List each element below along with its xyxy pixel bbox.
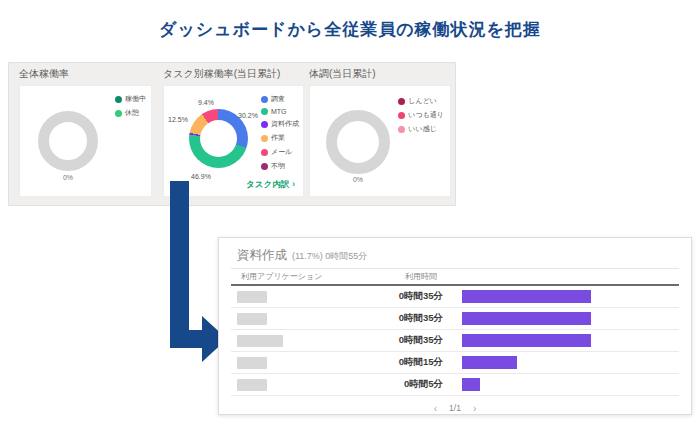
usage-time: 0時間35分 [371,334,443,347]
pagination-page-label: 1/1 [449,403,461,413]
pagination-next-icon[interactable]: › [473,403,476,414]
legend-dot [115,96,122,103]
legend-item-mtg: MTG [261,108,299,115]
task-rate-legend: 調査 MTG 資料作成 作業 [261,94,299,175]
legend-label: いい感じ [408,124,437,134]
task-detail-card: 資料作成 (11.7%) 0時間55分 利用アプリケーション 利用時間 0時間3… [218,237,692,415]
overall-rate-donut-chart [38,111,98,171]
usage-bar [462,356,517,369]
detail-subtitle: (11.7%) 0時間55分 [292,250,367,263]
page-title: ダッシュボードから全従業員の稼働状況を把握 [0,18,700,41]
legend-item-kyuukei: 休憩 [115,108,146,118]
usage-time: 0時間35分 [371,290,443,303]
legend-label: 作業 [271,133,285,143]
task-breakdown-link[interactable]: タスク内訳› [246,179,295,191]
task-breakdown-link-label: タスク内訳 [246,179,289,189]
legend-item-fumei: 不明 [261,161,299,171]
legend-label: 資料作成 [271,119,299,129]
chevron-right-icon: › [292,179,295,189]
legend-dot [398,98,405,105]
legend-dot [261,96,268,103]
usage-bar [462,378,480,391]
legend-dot [261,121,268,128]
condition-legend: しんどい いつも通り いい感じ [398,96,444,138]
legend-item-kadouchu: 稼働中 [115,94,146,104]
slice-label-chousa: 30.2% [238,112,258,119]
overall-rate-zero-label: 0% [38,174,98,181]
panel-condition-card: しんどい いつも通り いい感じ 0% [309,85,451,197]
legend-label: 調査 [271,94,285,104]
panel-condition: 体調(当日累計) しんどい いつも通り いい感じ [309,67,451,197]
legend-item-sagyou: 作業 [261,133,299,143]
redacted-app-name [237,313,267,325]
table-row: 0時間15分 [231,352,679,374]
legend-item-mail: メール [261,147,299,157]
legend-dot [261,135,268,142]
legend-dot [261,108,268,115]
redacted-app-name [237,335,283,347]
legend-label: 稼働中 [125,94,146,104]
legend-label: いつも通り [408,110,444,120]
column-header-time: 利用時間 [371,271,443,282]
pagination-prev-icon[interactable]: ‹ [434,403,437,414]
table-row: 0時間35分 [231,286,679,308]
slice-label-mtg: 46.9% [191,173,211,180]
redacted-app-name [237,357,267,369]
usage-bar [462,312,591,325]
overall-rate-legend: 稼働中 休憩 [115,94,146,122]
legend-item-iikanji: いい感じ [398,124,444,134]
table-row: 0時間35分 [231,308,679,330]
panel-overall-rate-title: 全体稼働率 [19,67,152,81]
usage-time: 0時間35分 [371,312,443,325]
detail-header: 資料作成 (11.7%) 0時間55分 [219,238,691,268]
usage-time: 0時間5分 [371,378,443,391]
legend-item-itsumodoori: いつも通り [398,110,444,120]
table-header-row: 利用アプリケーション 利用時間 [231,268,679,286]
usage-time: 0時間15分 [371,356,443,369]
legend-label: MTG [271,108,287,115]
legend-dot [115,110,122,117]
column-header-app: 利用アプリケーション [231,271,371,282]
condition-zero-label: 0% [326,176,390,183]
legend-item-shindoi: しんどい [398,96,444,106]
legend-label: しんどい [408,96,437,106]
detail-title: 資料作成 [237,247,287,264]
legend-dot [398,126,405,133]
usage-bar [462,334,591,347]
table-row: 0時間35分 [231,330,679,352]
panel-task-rate: タスク別稼働率(当日累計) 9.4% 30.2% 12.5% 46.9% 調査 [163,67,304,197]
slice-label-sagyou: 12.5% [168,116,188,123]
redacted-app-name [237,379,267,391]
app-usage-table: 利用アプリケーション 利用時間 0時間35分 0時間35分 0時間35分 [231,268,679,418]
legend-item-chousa: 調査 [261,94,299,104]
legend-label: 不明 [271,161,285,171]
legend-item-shiryosakusei: 資料作成 [261,119,299,129]
panel-overall-rate-card: 稼働中 休憩 0% [19,85,152,197]
condition-donut-chart [326,110,390,174]
task-donut-hole [200,120,237,157]
panel-overall-rate: 全体稼働率 稼働中 休憩 0% [19,67,152,197]
usage-bar [462,290,591,303]
legend-dot [261,149,268,156]
legend-dot [398,112,405,119]
panel-task-rate-title: タスク別稼働率(当日累計) [163,67,304,81]
pagination: ‹ 1/1 › [231,398,679,418]
redacted-app-name [237,291,267,303]
legend-label: メール [271,147,292,157]
legend-dot [261,163,268,170]
page: ダッシュボードから全従業員の稼働状況を把握 全体稼働率 稼働中 休憩 0% [0,0,700,438]
table-row: 0時間5分 [231,374,679,396]
panel-condition-title: 体調(当日累計) [309,67,451,81]
slice-label-mail: 9.4% [198,99,214,106]
legend-label: 休憩 [125,108,139,118]
